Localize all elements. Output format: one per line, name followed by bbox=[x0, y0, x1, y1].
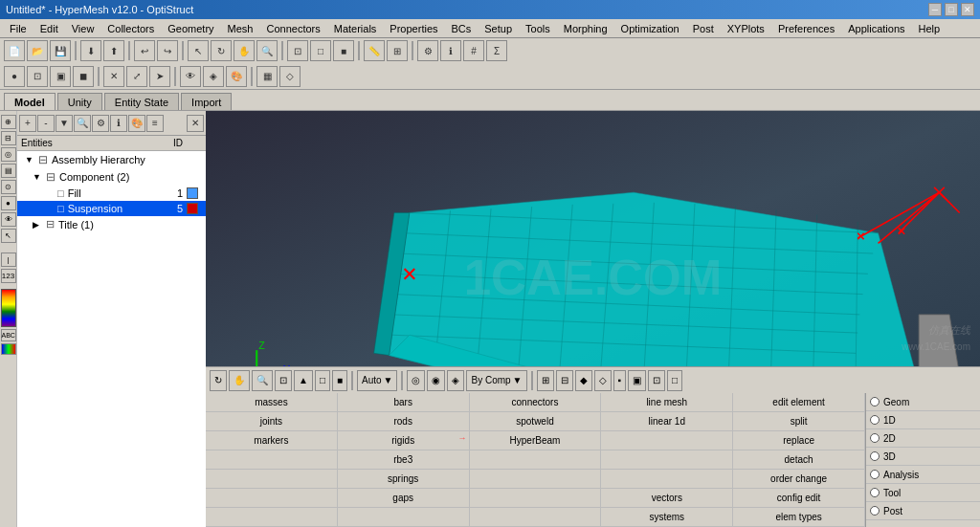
menu-edit[interactable]: Edit bbox=[34, 22, 64, 35]
fe-systems[interactable]: systems bbox=[601, 508, 733, 526]
left-icon-7[interactable]: 👁 bbox=[1, 212, 16, 227]
fe-spotweld[interactable]: spotweld bbox=[470, 412, 602, 430]
menu-connectors[interactable]: Connectors bbox=[260, 22, 325, 35]
fe-split[interactable]: split bbox=[733, 412, 865, 430]
menu-setup[interactable]: Setup bbox=[479, 22, 518, 35]
view-rotate-btn[interactable]: ↻ bbox=[210, 370, 227, 391]
fe-joints[interactable]: joints bbox=[206, 412, 338, 430]
close-button[interactable]: ✕ bbox=[961, 3, 974, 16]
auto-dropdown[interactable]: Auto ▼ bbox=[357, 370, 397, 391]
fe-rbe3[interactable]: rbe3 bbox=[338, 450, 470, 469]
radio-tool[interactable] bbox=[870, 488, 880, 497]
option-analysis[interactable]: Analysis bbox=[866, 466, 980, 484]
viewport[interactable]: Model Info: Untitled* bbox=[206, 111, 980, 366]
tab-unity[interactable]: Unity bbox=[57, 93, 102, 110]
fe-springs[interactable]: springs bbox=[338, 470, 470, 488]
left-icon-1[interactable]: ⊕ bbox=[1, 115, 16, 129]
panel-close-btn[interactable]: ✕ bbox=[187, 115, 204, 132]
radio-1d[interactable] bbox=[870, 415, 880, 425]
export-btn[interactable]: ⬆ bbox=[103, 40, 124, 61]
element-type-btn6[interactable]: ▣ bbox=[628, 370, 646, 391]
fe-bars[interactable]: bars bbox=[338, 393, 470, 411]
wireframe-btn[interactable]: □ bbox=[310, 40, 331, 61]
fe-rigids[interactable]: rigids → bbox=[338, 431, 470, 450]
fe-order-change[interactable]: order change bbox=[733, 470, 865, 488]
tree-fill[interactable]: □ Fill 1 bbox=[17, 186, 206, 201]
menu-morphing[interactable]: Morphing bbox=[558, 22, 613, 35]
view-fit-btn[interactable]: ⊡ bbox=[275, 370, 292, 391]
menu-applications[interactable]: Applications bbox=[842, 22, 910, 35]
left-icon-4[interactable]: ▤ bbox=[1, 164, 16, 178]
view-back-btn[interactable]: ■ bbox=[332, 370, 347, 391]
import-btn[interactable]: ⬇ bbox=[80, 40, 101, 61]
view-pan-btn[interactable]: ✋ bbox=[229, 370, 250, 391]
comp-btn[interactable]: ▣ bbox=[50, 66, 71, 87]
menu-help[interactable]: Help bbox=[913, 22, 947, 35]
bycomp-dropdown[interactable]: By Comp ▼ bbox=[466, 370, 526, 391]
radio-analysis[interactable] bbox=[870, 470, 880, 479]
tree-filter-btn[interactable]: ▼ bbox=[56, 115, 73, 132]
mesh-gen-btn[interactable]: ▦ bbox=[256, 66, 278, 87]
settings-btn[interactable]: ⚙ bbox=[417, 40, 438, 61]
element-type-btn4[interactable]: ◇ bbox=[594, 370, 612, 391]
minimize-button[interactable]: ─ bbox=[928, 3, 942, 16]
fe-config-edit[interactable]: config edit bbox=[733, 489, 865, 507]
element-type-btn1[interactable]: ⊞ bbox=[537, 370, 554, 391]
shaded-btn[interactable]: ■ bbox=[333, 40, 354, 61]
color-mode-btn2[interactable]: ◉ bbox=[427, 370, 445, 391]
tree-info-btn[interactable]: ℹ bbox=[110, 115, 127, 132]
sigma-btn[interactable]: Σ bbox=[486, 40, 507, 61]
visibility-btn[interactable]: 👁 bbox=[180, 66, 201, 87]
left-icon-8[interactable]: ↖ bbox=[1, 229, 16, 243]
radio-3d[interactable] bbox=[870, 451, 880, 461]
fe-markers[interactable]: markers bbox=[206, 431, 338, 450]
color-btn[interactable]: 🎨 bbox=[226, 66, 247, 87]
color-mode-btn1[interactable]: ◎ bbox=[407, 370, 425, 391]
radio-geom[interactable] bbox=[870, 397, 880, 406]
save-btn[interactable]: 💾 bbox=[50, 40, 71, 61]
fe-linemesh[interactable]: line mesh bbox=[601, 393, 733, 411]
fe-linear1d[interactable]: linear 1d bbox=[601, 412, 733, 430]
element-type-btn2[interactable]: ⊟ bbox=[556, 370, 573, 391]
option-2d[interactable]: 2D bbox=[866, 429, 980, 448]
menu-view[interactable]: View bbox=[66, 22, 100, 35]
undo-btn[interactable]: ↩ bbox=[134, 40, 155, 61]
move-btn[interactable]: ⤢ bbox=[126, 66, 147, 87]
fe-detach[interactable]: detach bbox=[733, 450, 865, 469]
rotate-btn[interactable]: ↻ bbox=[211, 40, 232, 61]
left-icon-3[interactable]: ◎ bbox=[1, 147, 16, 162]
element-type-btn7[interactable]: ⊡ bbox=[648, 370, 665, 391]
left-icon-5[interactable]: ⊙ bbox=[1, 180, 16, 194]
fit-btn[interactable]: ⊡ bbox=[287, 40, 308, 61]
tab-entity-state[interactable]: Entity State bbox=[104, 93, 179, 110]
left-icon-6[interactable]: ● bbox=[1, 196, 16, 210]
info-btn[interactable]: ℹ bbox=[440, 40, 461, 61]
menu-properties[interactable]: Properties bbox=[384, 22, 443, 35]
calc-btn[interactable]: # bbox=[463, 40, 484, 61]
view-options-btn[interactable]: ▲ bbox=[294, 370, 313, 391]
tree-settings-btn[interactable]: ⚙ bbox=[92, 115, 109, 132]
menu-materials[interactable]: Materials bbox=[328, 22, 383, 35]
element-btn[interactable]: ⊡ bbox=[27, 66, 48, 87]
option-post[interactable]: Post bbox=[866, 502, 980, 520]
tab-model[interactable]: Model bbox=[4, 93, 56, 110]
tree-title-group[interactable]: ▶ ⊟ Title (1) bbox=[17, 216, 206, 232]
tree-assembly-hierarchy[interactable]: ▼ ⊟ Assembly Hierarchy bbox=[17, 151, 206, 168]
fe-vectors[interactable]: vectors bbox=[601, 489, 733, 507]
option-3d[interactable]: 3D bbox=[866, 448, 980, 466]
fe-rods[interactable]: rods bbox=[338, 412, 470, 430]
fe-hyperbeam[interactable]: HyperBeam bbox=[470, 431, 602, 450]
fe-masses[interactable]: masses bbox=[206, 393, 338, 411]
tree-collapse-all-btn[interactable]: - bbox=[37, 115, 55, 132]
option-1d[interactable]: 1D bbox=[866, 411, 980, 429]
open-btn[interactable]: 📂 bbox=[27, 40, 48, 61]
radio-2d[interactable] bbox=[870, 433, 880, 443]
menu-tools[interactable]: Tools bbox=[520, 22, 556, 35]
menu-geometry[interactable]: Geometry bbox=[162, 22, 219, 35]
zoom-btn[interactable]: 🔍 bbox=[256, 40, 278, 61]
tree-expand-all-btn[interactable]: + bbox=[19, 115, 36, 132]
left-icon-2[interactable]: ⊟ bbox=[1, 131, 16, 145]
delete-btn[interactable]: ✕ bbox=[103, 66, 124, 87]
option-tool[interactable]: Tool bbox=[866, 484, 980, 502]
fe-replace[interactable]: replace bbox=[733, 431, 865, 450]
